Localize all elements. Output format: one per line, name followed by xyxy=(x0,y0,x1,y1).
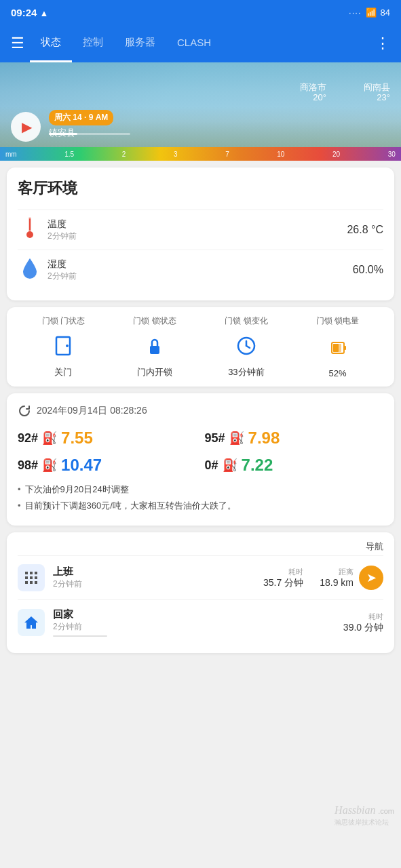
gas-timestamp: 2024年09月14日 08:28:26 xyxy=(18,404,383,418)
home-route-info: 回家 2分钟前 xyxy=(53,608,343,637)
humidity-time: 2分钟前 xyxy=(47,271,353,282)
play-icon: ▶ xyxy=(22,119,32,135)
lock-header-lockstate: 门锁 锁状态 xyxy=(109,315,201,327)
tab-control[interactable]: 控制 xyxy=(72,24,114,62)
svg-point-2 xyxy=(26,231,33,238)
temperature-value: 26.8 °C xyxy=(347,224,383,236)
work-distance-stat: 距离 18.9 km xyxy=(320,567,354,589)
door-icon xyxy=(52,335,74,362)
svg-rect-18 xyxy=(30,581,33,584)
gas-note-2: 目前预计下调超360元/吨，大家相互转告油价大跌了。 xyxy=(18,499,383,513)
humidity-row: 湿度 2分钟前 60.0% xyxy=(18,250,383,290)
nav-route-home[interactable]: 回家 2分钟前 耗时 39.0 分钟 xyxy=(18,599,383,645)
work-route-update-time: 2分钟前 xyxy=(53,578,263,590)
weather-city1-temp: 20° xyxy=(313,92,326,102)
navigation-header: 导航 xyxy=(18,540,383,553)
temperature-info: 温度 2分钟前 xyxy=(47,218,347,242)
temperature-icon xyxy=(18,216,42,244)
svg-rect-21 xyxy=(35,581,37,584)
wifi-icon: 📶 xyxy=(366,7,377,18)
nav-route-work[interactable]: 上班 2分钟前 耗时 35.7 分钟 距离 18.9 km ➤ xyxy=(18,555,383,599)
home-route-name: 回家 xyxy=(53,608,343,621)
weather-city3: 镇安县 xyxy=(49,127,75,139)
gas-note-1: 下次油价9月20日24时调整 xyxy=(18,483,383,496)
svg-rect-15 xyxy=(25,581,28,584)
play-button[interactable]: ▶ xyxy=(11,112,41,142)
gas-pump-icon-98: ⛽ xyxy=(42,458,57,473)
more-options-icon[interactable]: ⋮ xyxy=(370,29,396,58)
home-route-stats: 耗时 39.0 分钟 xyxy=(343,612,383,634)
home-route-update-time: 2分钟前 xyxy=(53,621,343,633)
refresh-icon xyxy=(18,404,31,418)
gas-pump-icon-92: ⛽ xyxy=(42,431,57,446)
svg-rect-19 xyxy=(35,572,37,574)
gas-pump-icon-0: ⛽ xyxy=(223,458,237,473)
lock-label-lockstate: 门内开锁 xyxy=(137,366,172,378)
lock-label-battery: 52% xyxy=(329,368,347,378)
weather-colorbar-labels: mm 1.5 2 3 7 10 20 30 xyxy=(0,147,401,161)
svg-rect-20 xyxy=(35,576,37,579)
gas-grade-98: 98# xyxy=(18,458,38,473)
battery-lock-icon xyxy=(327,337,349,364)
svg-line-8 xyxy=(246,346,250,348)
gas-item-0: 0# ⛽ 7.22 xyxy=(205,456,384,475)
lock-item-lockstate: 门内开锁 xyxy=(109,335,201,378)
lock-header-door: 门锁 门状态 xyxy=(18,315,109,327)
temperature-row: 温度 2分钟前 26.8 °C xyxy=(18,210,383,250)
work-route-name: 上班 xyxy=(53,566,263,578)
lock-item-door: 关门 xyxy=(18,335,109,378)
work-route-stats: 耗时 35.7 分钟 距离 18.9 km xyxy=(263,567,354,589)
living-room-card: 客厅环境 温度 2分钟前 26.8 °C 湿度 2分钟前 60.0% xyxy=(7,167,394,300)
arrow-icon: ➤ xyxy=(366,570,377,585)
temperature-time: 2分钟前 xyxy=(47,231,347,242)
svg-rect-13 xyxy=(25,572,28,574)
tab-clash[interactable]: CLASH xyxy=(166,24,222,62)
weather-city2-temp: 23° xyxy=(377,92,390,102)
gas-grade-95: 95# xyxy=(205,431,225,446)
gas-price-98: 10.47 xyxy=(61,456,102,475)
gas-price-card: 2024年09月14日 08:28:26 92# ⛽ 7.55 95# ⛽ 7.… xyxy=(7,393,394,526)
status-icons: ···· 📶 84 xyxy=(349,7,390,18)
tab-status[interactable]: 状态 xyxy=(30,24,72,62)
lock-status-card: 门锁 门状态 门锁 锁状态 门锁 锁变化 门锁 锁电量 关门 门内开锁 xyxy=(7,307,394,387)
weather-card: ▶ 周六 14 · 9 AM 商洛市 20° 阎南县 23° 镇安县 mm 1.… xyxy=(0,62,401,161)
home-icon xyxy=(18,609,45,636)
gas-notes: 下次油价9月20日24时调整 目前预计下调超360元/吨，大家相互转告油价大跌了… xyxy=(18,483,383,512)
lock-label-change: 33分钟前 xyxy=(228,366,264,378)
watermark: Hassbian .com 瀚思彼岸技术论坛 xyxy=(335,804,394,827)
home-duration-stat: 耗时 39.0 分钟 xyxy=(343,612,383,634)
status-time: 09:24 ▲ xyxy=(11,7,48,18)
tab-server[interactable]: 服务器 xyxy=(114,24,166,62)
gas-item-95: 95# ⛽ 7.98 xyxy=(205,429,384,448)
lock-header-battery: 门锁 锁电量 xyxy=(292,315,383,327)
location-icon: ▲ xyxy=(40,8,49,18)
lock-icons-row: 关门 门内开锁 33分钟前 xyxy=(18,335,383,378)
svg-rect-14 xyxy=(25,576,28,579)
navigation-card: 导航 上班 2分钟前 耗时 35.7 分钟 xyxy=(7,532,394,653)
lock-headers: 门锁 门状态 门锁 锁状态 门锁 锁变化 门锁 锁电量 xyxy=(18,315,383,327)
svg-rect-16 xyxy=(30,572,33,574)
svg-rect-1 xyxy=(29,218,31,231)
svg-rect-17 xyxy=(30,576,33,579)
living-room-title: 客厅环境 xyxy=(18,178,383,199)
nav-bar: ☰ 状态 控制 服务器 CLASH ⋮ xyxy=(0,24,401,62)
gas-grade-92: 92# xyxy=(18,431,38,446)
humidity-icon xyxy=(18,256,42,284)
svg-rect-5 xyxy=(150,346,159,354)
gas-price-92: 7.55 xyxy=(61,429,93,448)
gas-grid: 92# ⛽ 7.55 95# ⛽ 7.98 98# ⛽ 10.47 0# ⛽ 7… xyxy=(18,429,383,475)
temperature-name: 温度 xyxy=(47,218,347,231)
nav-tabs: 状态 控制 服务器 CLASH xyxy=(30,24,370,62)
status-bar: 09:24 ▲ ···· 📶 84 xyxy=(0,0,401,24)
svg-rect-12 xyxy=(333,344,339,352)
lock-item-change: 33分钟前 xyxy=(201,335,292,378)
menu-icon[interactable]: ☰ xyxy=(5,29,30,58)
navigation-arrow-work[interactable]: ➤ xyxy=(359,566,383,590)
humidity-value: 60.0% xyxy=(353,264,383,276)
weather-date-badge: 周六 14 · 9 AM xyxy=(49,110,113,125)
gas-item-92: 92# ⛽ 7.55 xyxy=(18,429,197,448)
lock-item-battery: 52% xyxy=(292,337,383,378)
gas-price-0: 7.22 xyxy=(242,456,273,475)
clock-icon xyxy=(235,335,257,362)
gas-pump-icon-95: ⛽ xyxy=(229,431,244,446)
